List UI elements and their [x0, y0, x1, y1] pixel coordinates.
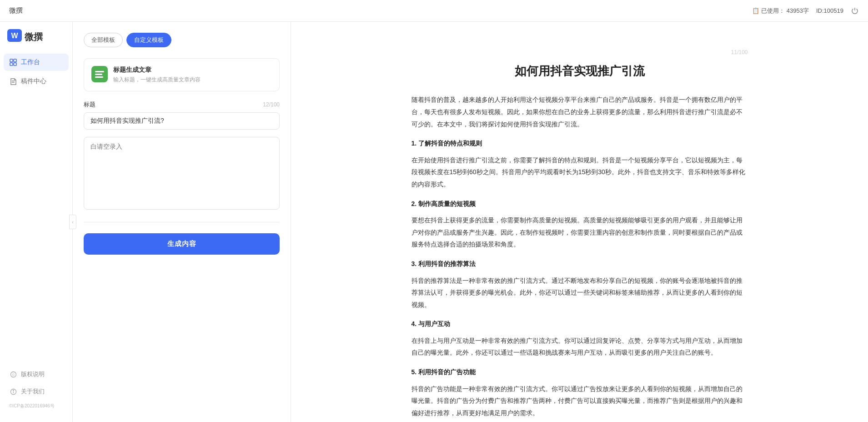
svg-rect-3: [14, 59, 16, 62]
sidebar-item-drafts[interactable]: 稿件中心: [4, 73, 69, 90]
generate-button[interactable]: 生成内容: [84, 233, 280, 255]
tab-custom-templates[interactable]: 自定义模板: [126, 33, 171, 47]
icp-text: ©ICP备2022016946号: [4, 401, 69, 411]
title-input[interactable]: [84, 112, 280, 130]
svg-rect-4: [10, 63, 13, 65]
left-panel: 全部模板 自定义模板 标题生成文章 输入标题，一键生成高质量文章内容: [73, 22, 291, 422]
svg-rect-5: [14, 63, 16, 65]
logo-w: W: [7, 29, 22, 45]
article-page-num: 11/100: [411, 49, 748, 55]
right-panel: 11/100 如何用抖音实现推广引流 随着抖音的普及，越来越多的人开始利用这个短…: [291, 22, 868, 422]
copyright-icon: ©: [9, 370, 17, 378]
sidebar-drafts-label: 稿件中心: [21, 77, 46, 85]
sidebar-collapse-button[interactable]: ‹: [69, 215, 76, 229]
section-paragraph: 在抖音上与用户互动是一种非常有效的推广引流方式。你可以通过回复评论、点赞、分享等…: [411, 335, 748, 359]
template-icon-lines: [92, 68, 107, 80]
body-textarea[interactable]: [84, 137, 280, 210]
sidebar-workbench-label: 工作台: [21, 58, 40, 66]
section-heading: 3. 利用抖音的推荐算法: [411, 258, 748, 270]
article-content: 随着抖音的普及，越来越多的人开始利用这个短视频分享平台来推广自己的产品或服务。抖…: [411, 94, 748, 419]
about-icon: [9, 387, 17, 396]
sidebar-nav: 工作台 稿件中心: [0, 54, 72, 363]
topbar-usage: 📋 已使用： 43953字: [752, 7, 809, 15]
form-body-section: [84, 137, 280, 211]
form-title-label-row: 标题 12/100: [84, 100, 280, 109]
section-paragraph: 抖音的广告功能是一种非常有效的推广引流方式。你可以通过广告投放来让更多的人看到你…: [411, 383, 748, 419]
article-title: 如何用抖音实现推广引流: [411, 63, 748, 79]
sidebar-item-workbench[interactable]: 工作台: [4, 54, 69, 71]
content-area: 全部模板 自定义模板 标题生成文章 输入标题，一键生成高质量文章内容: [73, 22, 868, 422]
topbar-usage-label: 已使用：: [761, 7, 785, 15]
about-label: 关于我们: [21, 387, 45, 396]
main-layout: W 微撰 工作台: [0, 22, 868, 422]
svg-text:©: ©: [12, 373, 15, 377]
topbar-id: ID:100519: [816, 7, 843, 14]
article-container: 11/100 如何用抖音实现推广引流 随着抖音的普及，越来越多的人开始利用这个短…: [375, 22, 784, 422]
copyright-label: 版权说明: [21, 370, 45, 378]
form-divider: [84, 222, 280, 222]
topbar-usage-icon: 📋: [752, 7, 759, 14]
form-title-section: 标题 12/100: [84, 100, 280, 130]
form-title-label: 标题: [84, 100, 95, 109]
template-card[interactable]: 标题生成文章 输入标题，一键生成高质量文章内容: [84, 58, 280, 91]
drafts-icon: [9, 77, 17, 85]
svg-point-12: [13, 390, 13, 390]
section-heading: 5. 利用抖音的广告功能: [411, 366, 748, 378]
section-heading: 4. 与用户互动: [411, 318, 748, 330]
template-card-title: 标题生成文章: [113, 66, 201, 74]
sidebar-bottom: © 版权说明 关于我们 ©ICP备2022016946号: [0, 363, 72, 415]
section-paragraph: 抖音的推荐算法是一种非常有效的推广引流方式。通过不断地发布和分享自己的短视频，你…: [411, 275, 748, 311]
sidebar-item-about[interactable]: 关于我们: [4, 384, 69, 399]
section-heading: 2. 制作高质量的短视频: [411, 198, 748, 210]
template-card-icon: [91, 66, 108, 82]
power-icon[interactable]: [851, 7, 859, 15]
section-paragraph: 随着抖音的普及，越来越多的人开始利用这个短视频分享平台来推广自己的产品或服务。抖…: [411, 94, 748, 130]
tab-all-templates[interactable]: 全部模板: [84, 33, 123, 47]
svg-text:W: W: [11, 32, 18, 40]
sidebar-logo: W 微撰: [0, 29, 72, 54]
section-heading: 1. 了解抖音的特点和规则: [411, 137, 748, 150]
template-card-info: 标题生成文章 输入标题，一键生成高质量文章内容: [113, 66, 201, 84]
sidebar: W 微撰 工作台: [0, 22, 73, 422]
topbar-right: 📋 已使用： 43953字 ID:100519: [752, 7, 859, 15]
template-card-desc: 输入标题，一键生成高质量文章内容: [113, 76, 201, 84]
workbench-icon: [9, 58, 17, 66]
tab-row: 全部模板 自定义模板: [84, 33, 280, 47]
sidebar-item-copyright[interactable]: © 版权说明: [4, 367, 69, 382]
topbar-usage-count: 43953字: [787, 7, 809, 15]
form-title-counter: 12/100: [263, 101, 280, 108]
topbar-title: 微撰: [9, 6, 23, 15]
logo-text: 微撰: [25, 31, 43, 43]
svg-rect-2: [10, 59, 13, 62]
section-paragraph: 要想在抖音上获得更多的流量，你需要制作高质量的短视频。高质量的短视频能够吸引更多…: [411, 214, 748, 251]
icon-line-3: [95, 76, 103, 78]
icon-line-2: [95, 74, 102, 75]
section-paragraph: 在开始使用抖音进行推广引流之前，你需要了解抖音的特点和规则。抖音是一个短视频分享…: [411, 154, 748, 191]
topbar: 微撰 📋 已使用： 43953字 ID:100519: [0, 0, 868, 22]
icon-line-1: [95, 71, 104, 72]
